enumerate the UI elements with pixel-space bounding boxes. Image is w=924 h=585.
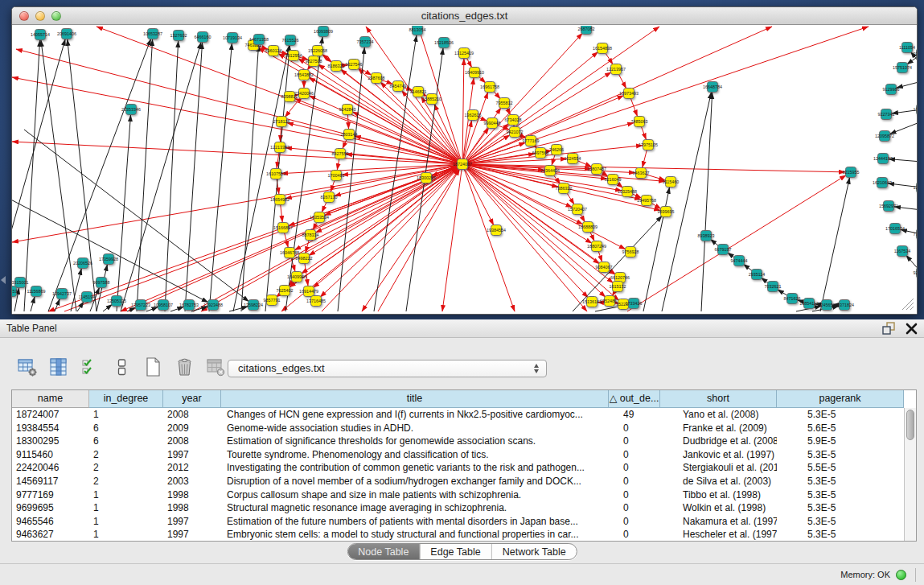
network-node[interactable]: 6466160 — [195, 32, 211, 43]
network-node[interactable]: 7710345 — [914, 229, 918, 240]
network-node[interactable]: 8267130 — [321, 192, 338, 203]
network-node[interactable]: 1024554 — [565, 154, 581, 164]
network-edge[interactable] — [117, 115, 130, 311]
network-node[interactable]: 16093809 — [314, 27, 333, 37]
network-node[interactable]: 16409910 — [465, 68, 484, 78]
network-edge[interactable] — [581, 214, 585, 222]
network-node[interactable]: 15218506 — [434, 38, 454, 48]
network-edge[interactable] — [467, 167, 616, 274]
table-row[interactable]: 911546021997Tourette syndrome. Phenomeno… — [12, 448, 916, 462]
network-node[interactable]: 7955812 — [496, 98, 513, 109]
network-edge[interactable] — [170, 307, 183, 311]
network-node[interactable]: 9129986 — [883, 84, 900, 95]
network-node[interactable]: 9146821 — [410, 87, 427, 97]
network-node[interactable]: 746266 — [549, 145, 564, 155]
memory-indicator[interactable] — [896, 570, 906, 580]
create-column-icon[interactable] — [142, 356, 164, 378]
network-edge[interactable] — [362, 169, 459, 311]
network-edge[interactable] — [641, 127, 646, 140]
network-node[interactable]: 33153 — [12, 286, 18, 297]
network-node[interactable]: 17016534 — [885, 224, 905, 234]
tab-network-table[interactable]: Network Table — [491, 544, 577, 559]
network-edge[interactable] — [322, 202, 326, 212]
network-node[interactable]: 10973493 — [619, 89, 639, 99]
delete-column-icon[interactable] — [173, 356, 195, 378]
network-node[interactable]: 10807487 — [587, 164, 606, 175]
network-node[interactable]: 7357234 — [357, 37, 374, 47]
network-node[interactable]: 7485063 — [631, 117, 648, 127]
network-node[interactable]: 10958107 — [154, 300, 173, 311]
network-node[interactable]: 9242843 — [339, 105, 356, 115]
network-node[interactable]: 14055714 — [31, 30, 50, 40]
network-node[interactable]: 17975105 — [639, 140, 658, 150]
network-edge[interactable] — [906, 255, 917, 269]
network-edge[interactable] — [643, 150, 647, 167]
network-edge[interactable] — [701, 93, 713, 311]
network-node[interactable]: 12942737 — [52, 289, 72, 299]
table-row[interactable]: 1456911722003Disruption of a novel membe… — [12, 475, 916, 488]
network-node[interactable]: 19384554 — [487, 225, 506, 236]
network-edge[interactable] — [16, 49, 457, 163]
network-node[interactable]: 16107553 — [266, 169, 285, 179]
network-node[interactable]: 20206526 — [73, 258, 92, 269]
network-edge[interactable] — [464, 170, 515, 311]
network-edge[interactable] — [609, 270, 615, 274]
column-header-in-degree[interactable]: in_degree — [89, 390, 163, 408]
network-node[interactable]: 20691406 — [57, 29, 76, 39]
network-edge[interactable] — [630, 99, 637, 117]
network-node[interactable]: 15692971 — [879, 201, 898, 212]
network-node[interactable]: 16961758 — [480, 82, 499, 93]
network-edge[interactable] — [710, 239, 718, 245]
column-header-year[interactable]: year — [163, 390, 221, 408]
swap-panel-icon[interactable] — [110, 356, 133, 378]
network-graph[interactable]: 1872400718300295193845547463822896012489… — [12, 26, 917, 314]
network-node[interactable]: 2718126 — [273, 117, 290, 127]
network-node[interactable]: 9463627 — [633, 168, 650, 179]
network-edge[interactable] — [462, 59, 464, 159]
network-edge[interactable] — [103, 304, 112, 311]
network-edge[interactable] — [24, 130, 248, 302]
network-node[interactable]: 12095872 — [875, 131, 894, 142]
network-node[interactable]: 1210364 — [914, 183, 918, 193]
network-edge[interactable] — [606, 53, 613, 64]
network-node[interactable]: 12213383 — [270, 142, 290, 153]
network-node[interactable]: 9097588 — [93, 278, 110, 288]
network-edge[interactable] — [442, 170, 462, 311]
table-row[interactable]: 2242004622012Investigating the contribut… — [12, 461, 916, 475]
network-edge[interactable] — [137, 39, 153, 311]
network-edge[interactable] — [31, 297, 35, 311]
network-edge[interactable] — [494, 91, 501, 99]
network-node[interactable]: 8813054 — [409, 26, 426, 35]
close-window-button[interactable] — [19, 11, 29, 21]
network-node[interactable]: 12444193 — [873, 154, 893, 164]
network-node[interactable]: 15166857 — [273, 223, 293, 233]
network-node[interactable]: 2687082 — [578, 26, 595, 35]
network-edge[interactable] — [820, 178, 849, 311]
network-edge[interactable] — [68, 39, 97, 311]
table-row[interactable]: 946362711997Embryonic stem cells: a mode… — [12, 528, 916, 542]
network-node[interactable]: 18654982 — [270, 195, 290, 205]
network-node[interactable]: 20353346 — [121, 105, 141, 115]
network-node[interactable]: 7615526 — [282, 35, 299, 46]
network-node[interactable]: 17359928 — [99, 254, 118, 265]
network-edge[interactable] — [193, 167, 458, 311]
network-node[interactable]: 10371824 — [835, 300, 854, 311]
scrollbar-thumb[interactable] — [906, 410, 914, 440]
zoom-window-button[interactable] — [51, 11, 61, 21]
network-edge[interactable] — [762, 278, 769, 283]
network-node[interactable]: 8938923 — [698, 231, 715, 241]
network-node[interactable]: 2803144 — [341, 130, 358, 140]
network-node[interactable]: 16154838 — [593, 43, 612, 54]
network-edge[interactable] — [322, 54, 331, 62]
network-edge[interactable] — [12, 77, 457, 163]
network-edge[interactable] — [728, 253, 735, 257]
network-node[interactable]: 10653287 — [143, 29, 162, 39]
network-edge[interactable] — [897, 81, 917, 88]
network-edge[interactable] — [281, 205, 282, 222]
network-node[interactable]: 16353534 — [310, 212, 329, 223]
network-node[interactable]: 15720407 — [568, 204, 587, 215]
close-panel-icon[interactable] — [906, 323, 918, 335]
network-edge[interactable] — [467, 167, 582, 225]
network-edge[interactable] — [907, 57, 917, 64]
network-edge[interactable] — [552, 155, 555, 166]
